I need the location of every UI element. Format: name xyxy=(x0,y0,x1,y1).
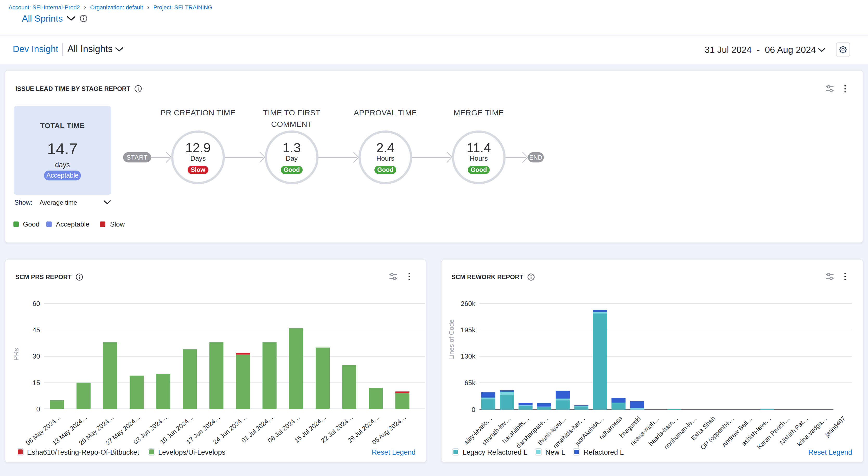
svg-text:Hours: Hours xyxy=(470,154,488,162)
svg-text:0: 0 xyxy=(36,405,40,413)
svg-text:65k: 65k xyxy=(464,379,476,387)
svg-text:PR CREATION TIME: PR CREATION TIME xyxy=(160,108,236,117)
svg-text:Hours: Hours xyxy=(376,154,394,162)
svg-text:12.9: 12.9 xyxy=(185,141,211,155)
svg-text:Average time: Average time xyxy=(39,199,77,206)
svg-text:END: END xyxy=(529,154,542,161)
svg-text:Legacy Refactored L: Legacy Refactored L xyxy=(463,448,527,456)
svg-text:Good: Good xyxy=(23,220,39,228)
svg-text:Slow: Slow xyxy=(191,166,205,173)
svg-text:260k: 260k xyxy=(461,300,476,307)
svg-text:Reset Legend: Reset Legend xyxy=(372,448,415,456)
svg-text:Karan Panch…: Karan Panch… xyxy=(755,415,791,450)
svg-text:START: START xyxy=(126,154,148,161)
svg-text:Refactored L: Refactored L xyxy=(584,448,624,456)
svg-text:Slow: Slow xyxy=(110,220,125,228)
svg-text:Acceptable: Acceptable xyxy=(46,172,79,179)
svg-text:New L: New L xyxy=(545,448,565,456)
svg-text:MERGE TIME: MERGE TIME xyxy=(454,108,504,117)
svg-text:nonhuman-le…: nonhuman-le… xyxy=(662,415,698,450)
svg-text:15: 15 xyxy=(33,379,40,387)
svg-text:nmahida-har…: nmahida-har… xyxy=(552,415,586,449)
svg-text:Reset Legend: Reset Legend xyxy=(808,448,852,456)
svg-text:COMMENT: COMMENT xyxy=(271,120,312,128)
svg-text:APPROVAL TIME: APPROVAL TIME xyxy=(353,108,417,117)
svg-text:60: 60 xyxy=(33,300,40,307)
svg-text:130k: 130k xyxy=(461,352,476,360)
svg-text:OP (oppenhe…: OP (oppenhe… xyxy=(699,415,735,451)
svg-text:Show:: Show: xyxy=(14,199,32,206)
svg-text:30: 30 xyxy=(33,352,40,360)
svg-text:45: 45 xyxy=(33,326,40,334)
svg-text:TOTAL TIME: TOTAL TIME xyxy=(40,122,85,130)
svg-text:195k: 195k xyxy=(461,326,476,334)
svg-text:Levelops/Ui-Levelops: Levelops/Ui-Levelops xyxy=(158,448,225,456)
svg-text:14.7: 14.7 xyxy=(48,140,78,157)
svg-text:Lines of Code: Lines of Code xyxy=(448,320,455,360)
svg-text:Good: Good xyxy=(471,166,487,173)
svg-text:Days: Days xyxy=(190,154,206,162)
svg-text:11.4: 11.4 xyxy=(467,141,491,155)
svg-text:Day: Day xyxy=(286,154,298,162)
svg-text:days: days xyxy=(55,161,70,169)
svg-text:2.4: 2.4 xyxy=(376,141,395,155)
svg-text:1.3: 1.3 xyxy=(283,141,301,155)
svg-text:TIME TO FIRST: TIME TO FIRST xyxy=(263,108,320,117)
svg-text:0: 0 xyxy=(472,406,475,414)
svg-text:PRs: PRs xyxy=(12,348,20,361)
svg-text:Acceptable: Acceptable xyxy=(56,220,90,228)
svg-text:Good: Good xyxy=(377,166,394,173)
svg-text:Good: Good xyxy=(284,166,300,173)
svg-text:Esha610/Testing-Repo-Of-Bitbuc: Esha610/Testing-Repo-Of-Bitbucket xyxy=(27,448,139,456)
